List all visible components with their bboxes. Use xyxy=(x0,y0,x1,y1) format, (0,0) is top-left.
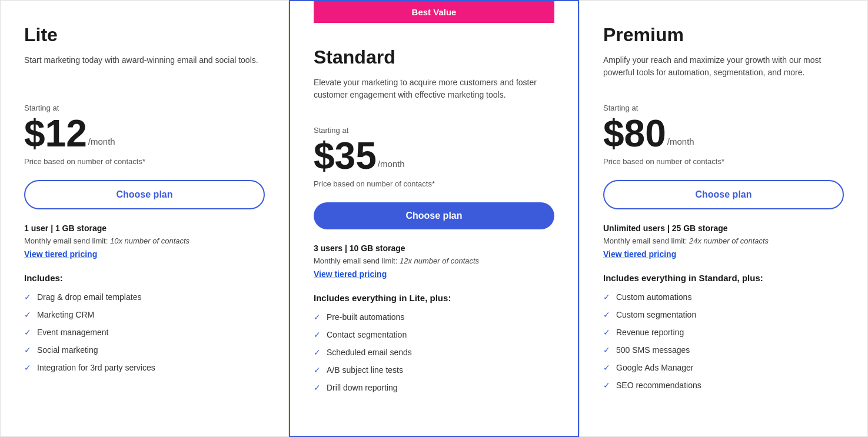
feature-text: Contact segmentation xyxy=(327,330,407,339)
plan-card-lite: LiteStart marketing today with award-win… xyxy=(0,0,289,437)
plan-description-lite: Start marketing today with award-winning… xyxy=(24,54,265,89)
feature-item: ✓ Custom segmentation xyxy=(603,310,844,319)
price-period-premium: /month xyxy=(667,136,694,146)
email-limit-lite: Monthly email send limit: 10x number of … xyxy=(24,236,265,245)
plan-name-premium: Premium xyxy=(603,24,844,46)
check-icon: ✓ xyxy=(24,363,31,372)
plan-name-lite: Lite xyxy=(24,24,265,46)
feature-text: 500 SMS messages xyxy=(616,345,690,355)
starting-at-label-premium: Starting at xyxy=(603,104,844,112)
feature-item: ✓ SEO recommendations xyxy=(603,381,844,390)
feature-item: ✓ A/B subject line tests xyxy=(314,365,554,375)
includes-title-standard: Includes everything in Lite, plus: xyxy=(314,293,554,303)
feature-text: Scheduled email sends xyxy=(327,348,412,357)
check-icon: ✓ xyxy=(314,348,321,357)
plan-meta-premium: Unlimited users | 25 GB storage xyxy=(603,223,844,233)
feature-text: SEO recommendations xyxy=(616,381,701,390)
plan-description-premium: Amplify your reach and maximize your gro… xyxy=(603,54,844,89)
check-icon: ✓ xyxy=(24,292,31,302)
price-amount-premium: $80 xyxy=(603,115,666,152)
feature-item: ✓ Pre-built automations xyxy=(314,312,554,322)
feature-text: Event management xyxy=(37,328,108,337)
feature-list-lite: ✓ Drag & drop email templates ✓ Marketin… xyxy=(24,292,265,372)
feature-item: ✓ Drill down reporting xyxy=(314,383,554,392)
price-row-premium: $80 /month xyxy=(603,115,844,152)
check-icon: ✓ xyxy=(603,381,610,390)
feature-text: Pre-built automations xyxy=(327,312,404,322)
feature-item: ✓ Drag & drop email templates xyxy=(24,292,265,302)
choose-plan-button-standard[interactable]: Choose plan xyxy=(314,202,554,229)
price-note-lite: Price based on number of contacts* xyxy=(24,157,265,166)
feature-item: ✓ Event management xyxy=(24,328,265,337)
check-icon: ✓ xyxy=(603,328,610,337)
feature-text: Custom automations xyxy=(616,292,691,302)
email-limit-premium: Monthly email send limit: 24x number of … xyxy=(603,236,844,245)
view-tiered-pricing-standard[interactable]: View tiered pricing xyxy=(314,269,387,279)
price-period-standard: /month xyxy=(378,159,405,169)
feature-item: ✓ Revenue reporting xyxy=(603,328,844,337)
feature-text: Social marketing xyxy=(37,345,98,355)
check-icon: ✓ xyxy=(314,383,321,392)
choose-plan-button-premium[interactable]: Choose plan xyxy=(603,180,844,209)
check-icon: ✓ xyxy=(603,310,610,319)
best-value-banner: Best Value xyxy=(314,1,554,23)
feature-list-premium: ✓ Custom automations ✓ Custom segmentati… xyxy=(603,292,844,390)
choose-plan-button-lite[interactable]: Choose plan xyxy=(24,180,265,209)
includes-title-lite: Includes: xyxy=(24,273,265,283)
price-amount-lite: $12 xyxy=(24,115,87,152)
check-icon: ✓ xyxy=(314,330,321,339)
feature-item: ✓ Google Ads Manager xyxy=(603,363,844,372)
check-icon: ✓ xyxy=(603,345,610,355)
check-icon: ✓ xyxy=(603,292,610,302)
feature-text: Custom segmentation xyxy=(616,310,696,319)
price-row-standard: $35 /month xyxy=(314,137,554,175)
starting-at-label-standard: Starting at xyxy=(314,126,554,135)
price-amount-standard: $35 xyxy=(314,137,377,175)
check-icon: ✓ xyxy=(314,312,321,322)
price-note-standard: Price based on number of contacts* xyxy=(314,179,554,188)
feature-item: ✓ Integration for 3rd party services xyxy=(24,363,265,372)
check-icon: ✓ xyxy=(314,365,321,375)
feature-text: Integration for 3rd party services xyxy=(37,363,155,372)
feature-text: Drill down reporting xyxy=(327,383,398,392)
plan-meta-lite: 1 user | 1 GB storage xyxy=(24,223,265,233)
price-note-premium: Price based on number of contacts* xyxy=(603,157,844,166)
feature-text: Google Ads Manager xyxy=(616,363,694,372)
feature-text: Revenue reporting xyxy=(616,328,684,337)
pricing-section: LiteStart marketing today with award-win… xyxy=(0,0,868,437)
check-icon: ✓ xyxy=(603,363,610,372)
starting-at-label-lite: Starting at xyxy=(24,104,265,112)
feature-item: ✓ Marketing CRM xyxy=(24,310,265,319)
feature-item: ✓ Scheduled email sends xyxy=(314,348,554,357)
plan-card-standard: Best ValueStandardElevate your marketing… xyxy=(289,0,579,437)
feature-text: A/B subject line tests xyxy=(327,365,403,375)
feature-text: Marketing CRM xyxy=(37,310,94,319)
check-icon: ✓ xyxy=(24,345,31,355)
email-limit-standard: Monthly email send limit: 12x number of … xyxy=(314,256,554,265)
price-row-lite: $12 /month xyxy=(24,115,265,152)
includes-title-premium: Includes everything in Standard, plus: xyxy=(603,273,844,283)
price-period-lite: /month xyxy=(88,136,115,146)
plan-description-standard: Elevate your marketing to acquire more c… xyxy=(314,76,554,112)
plan-meta-standard: 3 users | 10 GB storage xyxy=(314,243,554,253)
plan-card-premium: PremiumAmplify your reach and maximize y… xyxy=(579,0,868,437)
feature-item: ✓ Contact segmentation xyxy=(314,330,554,339)
feature-list-standard: ✓ Pre-built automations ✓ Contact segmen… xyxy=(314,312,554,392)
feature-text: Drag & drop email templates xyxy=(37,292,141,302)
view-tiered-pricing-premium[interactable]: View tiered pricing xyxy=(603,249,676,259)
check-icon: ✓ xyxy=(24,328,31,337)
view-tiered-pricing-lite[interactable]: View tiered pricing xyxy=(24,249,97,259)
feature-item: ✓ 500 SMS messages xyxy=(603,345,844,355)
feature-item: ✓ Custom automations xyxy=(603,292,844,302)
plan-name-standard: Standard xyxy=(314,46,554,68)
check-icon: ✓ xyxy=(24,310,31,319)
feature-item: ✓ Social marketing xyxy=(24,345,265,355)
